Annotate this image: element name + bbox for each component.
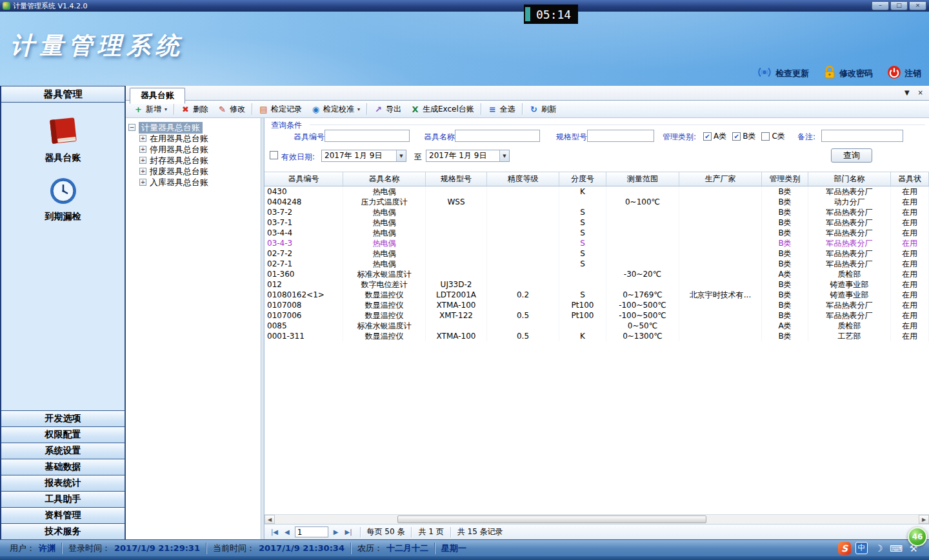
sidebar-item-overdue[interactable]: 到期漏检 (1, 177, 125, 223)
category-checkbox-C类[interactable]: C类 (761, 131, 784, 142)
tree-expand-icon[interactable]: + (139, 135, 146, 142)
table-row[interactable]: 01080162<1>数显温控仪LDT2001A0.2S0~1769℃北京宇时技… (265, 290, 929, 300)
tree-root-row[interactable]: − 计量器具总台账 (128, 122, 258, 133)
logout-button[interactable]: 注销 (887, 65, 921, 81)
last-page-button[interactable]: ▶| (343, 528, 353, 535)
category-checkbox-A类[interactable]: ✔A类 (703, 131, 726, 142)
next-page-button[interactable]: ▶ (332, 528, 340, 535)
column-header[interactable]: 部门名称 (808, 172, 891, 186)
table-row[interactable]: 012数字电位差计UJ33D-2B类铸造事业部在用 (265, 279, 929, 290)
table-row[interactable]: 0001-311数显温控仪XTMA-1000.5K0~1300℃B类工艺部在用 (265, 331, 929, 341)
minimize-button[interactable]: – (872, 1, 889, 10)
table-row[interactable]: 03-7-1热电偶SB类军品热表分厂在用 (265, 217, 929, 228)
tree-item[interactable]: +在用器具总台账 (139, 133, 258, 144)
excel-ledger-button[interactable]: X生成Excel台账 (406, 102, 479, 117)
table-row[interactable]: 0404248压力式温度计WSS0~100℃B类动力分厂在用 (265, 197, 929, 207)
check-update-button[interactable]: 检查更新 (757, 65, 809, 81)
tree-collapse-icon[interactable]: − (128, 124, 135, 131)
model-input[interactable] (587, 130, 654, 142)
cell (559, 279, 606, 290)
sidebar-section-5[interactable]: 报表统计 (1, 475, 125, 491)
cell: B类 (762, 310, 808, 321)
table-row[interactable]: 0107008数显温控仪XTMA-100Pt100-100~500℃B类军品热表… (265, 300, 929, 310)
table-row[interactable]: 02-7-1热电偶SB类军品热表分厂在用 (265, 259, 929, 269)
float-badge[interactable]: 46 (908, 527, 927, 546)
tree-item[interactable]: +报废器具总台账 (139, 166, 258, 177)
dropdown-arrow-icon[interactable]: ▾ (165, 106, 167, 112)
edit-button[interactable]: ✎修改 (213, 102, 250, 117)
column-header[interactable]: 生产厂家 (679, 172, 762, 186)
column-header[interactable]: 器具状 (891, 172, 929, 186)
status-segment: 农历：十二月十二 (352, 543, 434, 554)
keyboard-icon[interactable]: ⌨ (890, 542, 903, 555)
sidebar-section-2[interactable]: 权限配置 (1, 426, 125, 443)
sidebar-section-1[interactable]: 开发选项 (1, 410, 125, 426)
sidebar-section-8[interactable]: 技术服务 (1, 523, 125, 539)
column-header[interactable]: 精度等级 (487, 172, 559, 186)
valid-date-from-picker[interactable]: 2017年 1月 9日 ▼ (321, 150, 406, 162)
horizontal-scrollbar[interactable]: ◀ ▶ (265, 514, 929, 524)
table-row[interactable]: 03-4-3热电偶SB类军品热表分厂在用 (265, 238, 929, 248)
sidebar-item-ledger[interactable]: 器具台账 (1, 115, 125, 164)
select-all-button[interactable]: ≡全选 (483, 102, 520, 117)
prev-page-button[interactable]: ◀ (283, 528, 291, 535)
calendar-dropdown-icon[interactable]: ▼ (396, 150, 406, 161)
scroll-right-button[interactable]: ▶ (919, 515, 929, 524)
input-mode-icon[interactable]: 中 (855, 542, 868, 554)
moon-icon[interactable]: ☽ (872, 542, 885, 555)
refresh-button[interactable]: ↻刷新 (524, 102, 561, 117)
cell (679, 331, 762, 341)
scroll-thumb[interactable] (397, 515, 706, 523)
cell (679, 269, 762, 279)
column-header[interactable]: 规格型号 (426, 172, 487, 186)
instrument-code-input[interactable] (325, 130, 410, 142)
scroll-track[interactable] (275, 515, 919, 524)
column-header[interactable]: 器具名称 (343, 172, 426, 186)
close-button[interactable]: × (909, 1, 926, 10)
verify-record-button[interactable]: ▤检定记录 (254, 102, 306, 117)
export-button[interactable]: ↗导出 (369, 102, 406, 117)
sidebar-section-7[interactable]: 资料管理 (1, 507, 125, 523)
sogou-logo-icon[interactable]: S (838, 542, 851, 555)
tree-expand-icon[interactable]: + (139, 179, 146, 186)
first-page-button[interactable]: |◀ (270, 528, 279, 535)
scroll-left-button[interactable]: ◀ (265, 515, 275, 524)
remark-input[interactable] (821, 130, 903, 142)
sidebar-section-3[interactable]: 系统设置 (1, 443, 125, 459)
table-row[interactable]: 0085标准水银温度计0~50℃A类质检部在用 (265, 321, 929, 331)
calibration-button[interactable]: ◉检定校准▾ (306, 102, 365, 117)
table-row[interactable]: 0430热电偶KB类军品热表分厂在用 (265, 186, 929, 197)
tree-item[interactable]: +停用器具总台账 (139, 144, 258, 155)
tree-root[interactable]: 计量器具总台账 (139, 122, 203, 134)
tab-list-dropdown-icon[interactable]: ▼ (904, 89, 910, 96)
table-row[interactable]: 0107006数显温控仪XMT-1220.5Pt100-100~500℃B类军品… (265, 310, 929, 321)
refresh-icon: ↻ (529, 105, 539, 114)
tree-expand-icon[interactable]: + (139, 157, 146, 164)
table-row[interactable]: 01-360标准水银温度计-30~20℃A类质检部在用 (265, 269, 929, 279)
search-button[interactable]: 查询 (831, 148, 872, 163)
sidebar-section-4[interactable]: 基础数据 (1, 459, 125, 475)
change-password-button[interactable]: 修改密码 (823, 65, 873, 81)
tree-expand-icon[interactable]: + (139, 146, 146, 153)
tab-close-icon[interactable]: × (918, 89, 923, 96)
maximize-button[interactable]: □ (890, 1, 908, 10)
tree-item[interactable]: +入库器具总台账 (139, 177, 258, 188)
table-row[interactable]: 02-7-2热电偶SB类军品热表分厂在用 (265, 248, 929, 259)
table-row[interactable]: 03-7-2热电偶SB类军品热表分厂在用 (265, 207, 929, 217)
column-header[interactable]: 分度号 (559, 172, 606, 186)
column-header[interactable]: 管理类别 (762, 172, 808, 186)
instrument-name-input[interactable] (455, 130, 540, 142)
calendar-dropdown-icon[interactable]: ▼ (499, 150, 509, 161)
tab-ledger[interactable]: 器具台账 (130, 88, 185, 104)
column-header[interactable]: 测量范围 (606, 172, 679, 186)
category-checkbox-B类[interactable]: ✔B类 (732, 131, 755, 142)
column-header[interactable]: 器具编号 (265, 172, 343, 186)
sidebar-section-6[interactable]: 工具助手 (1, 491, 125, 507)
tree-item[interactable]: +封存器具总台账 (139, 155, 258, 166)
tree-expand-icon[interactable]: + (139, 168, 146, 175)
table-row[interactable]: 03-4-4热电偶SB类军品热表分厂在用 (265, 228, 929, 238)
page-number-input[interactable] (295, 526, 328, 537)
dropdown-arrow-icon[interactable]: ▾ (357, 106, 360, 112)
valid-date-to-picker[interactable]: 2017年 1月 9日 ▼ (426, 150, 510, 162)
valid-date-checkbox[interactable] (270, 151, 278, 159)
